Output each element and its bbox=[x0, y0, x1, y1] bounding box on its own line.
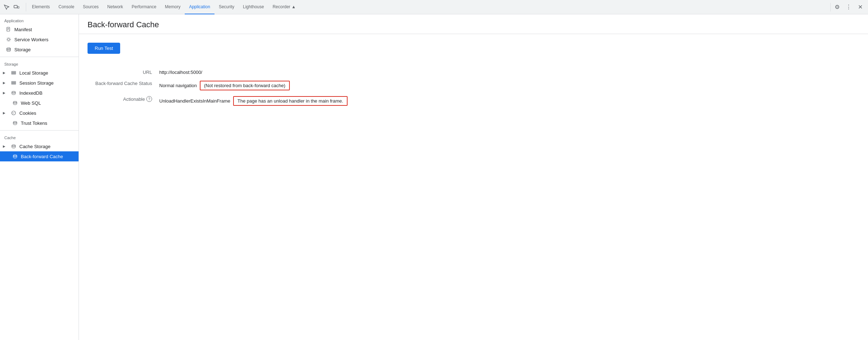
sidebar-local-storage-label: Local Storage bbox=[19, 70, 48, 76]
run-test-button[interactable]: Run Test bbox=[88, 43, 120, 54]
sidebar-cache-storage-label: Cache Storage bbox=[19, 144, 51, 149]
page-title: Back-forward Cache bbox=[88, 20, 859, 29]
sidebar-item-indexeddb[interactable]: ▶ IndexedDB bbox=[0, 88, 79, 98]
cookies-expand-icon: ▶ bbox=[3, 111, 7, 115]
sidebar-item-cache-storage[interactable]: ▶ Cache Storage bbox=[0, 141, 79, 151]
more-options-icon[interactable]: ⋮ bbox=[844, 2, 854, 12]
settings-icon[interactable]: ⚙ bbox=[832, 2, 842, 12]
cache-storage-expand-icon: ▶ bbox=[3, 145, 7, 148]
sidebar-section-storage: Storage bbox=[0, 59, 79, 68]
cookies-icon bbox=[11, 110, 16, 115]
tab-performance[interactable]: Performance bbox=[127, 0, 161, 14]
sidebar-back-forward-cache-label: Back-forward Cache bbox=[21, 154, 63, 159]
cache-status-highlight: (Not restored from back-forward cache) bbox=[200, 81, 290, 90]
tab-security[interactable]: Security bbox=[214, 0, 239, 14]
svg-point-19 bbox=[13, 103, 17, 104]
sidebar-session-storage-label: Session Storage bbox=[19, 80, 53, 86]
svg-point-7 bbox=[7, 38, 11, 42]
close-icon[interactable]: ✕ bbox=[855, 2, 865, 12]
svg-point-30 bbox=[13, 156, 17, 157]
device-toggle-icon[interactable] bbox=[13, 4, 20, 11]
sidebar-item-back-forward-cache[interactable]: Back-forward Cache bbox=[0, 151, 79, 161]
local-storage-icon bbox=[11, 71, 16, 75]
tab-memory[interactable]: Memory bbox=[161, 0, 185, 14]
svg-rect-15 bbox=[11, 84, 16, 84]
sidebar-item-manifest[interactable]: Manifest bbox=[0, 24, 79, 34]
svg-rect-14 bbox=[11, 82, 16, 83]
toolbar-divider-1 bbox=[26, 3, 26, 11]
cache-status-text: Normal navigation bbox=[159, 83, 197, 88]
toolbar-actions: ⚙ ⋮ ✕ bbox=[832, 2, 865, 12]
actionable-label: Actionable ? bbox=[88, 93, 159, 109]
url-label: URL bbox=[88, 67, 159, 78]
sidebar-item-session-storage[interactable]: ▶ Session Storage bbox=[0, 78, 79, 88]
svg-point-23 bbox=[13, 113, 14, 114]
session-storage-icon bbox=[11, 81, 16, 85]
help-icon[interactable]: ? bbox=[146, 96, 152, 102]
content-area: Back-forward Cache Run Test URL http://l… bbox=[79, 14, 868, 340]
tab-lighthouse[interactable]: Lighthouse bbox=[239, 0, 268, 14]
indexeddb-icon bbox=[11, 91, 16, 95]
cache-storage-icon bbox=[11, 144, 16, 148]
actionable-label-text: Actionable bbox=[123, 96, 145, 102]
indexeddb-expand-icon: ▶ bbox=[3, 91, 7, 95]
tab-bar: Elements Console Sources Network Perform… bbox=[28, 0, 829, 14]
info-grid: URL http://localhost:5000/ Back-forward … bbox=[88, 67, 859, 109]
sidebar-manifest-label: Manifest bbox=[14, 27, 32, 32]
svg-rect-11 bbox=[11, 72, 16, 73]
svg-rect-1 bbox=[18, 6, 19, 8]
svg-rect-13 bbox=[11, 81, 16, 82]
tab-console[interactable]: Console bbox=[54, 0, 79, 14]
tab-recorder[interactable]: Recorder ▲ bbox=[268, 0, 300, 14]
sidebar-item-local-storage[interactable]: ▶ Local Storage bbox=[0, 68, 79, 78]
tab-elements[interactable]: Elements bbox=[28, 0, 54, 14]
trust-tokens-icon bbox=[12, 121, 18, 125]
sidebar-item-service-workers[interactable]: Service Workers bbox=[0, 34, 79, 44]
svg-point-22 bbox=[14, 112, 15, 113]
tab-network[interactable]: Network bbox=[103, 0, 127, 14]
cache-status-label: Back-forward Cache Status bbox=[88, 78, 159, 93]
tab-sources[interactable]: Sources bbox=[79, 0, 103, 14]
svg-rect-10 bbox=[11, 71, 16, 72]
actionable-value: UnloadHandlerExistsInMainFrame The page … bbox=[159, 93, 859, 109]
inspect-icon[interactable] bbox=[3, 4, 10, 11]
main-layout: Application Manifest Service Workers bbox=[0, 14, 868, 340]
sidebar-indexeddb-label: IndexedDB bbox=[19, 90, 42, 96]
web-sql-icon bbox=[12, 101, 18, 105]
toolbar-divider-2 bbox=[830, 3, 831, 11]
manifest-icon bbox=[6, 27, 11, 32]
sidebar: Application Manifest Service Workers bbox=[0, 14, 79, 340]
sidebar-cookies-label: Cookies bbox=[19, 110, 36, 116]
svg-point-6 bbox=[8, 38, 10, 41]
back-forward-cache-icon bbox=[12, 154, 18, 159]
content-header: Back-forward Cache bbox=[79, 14, 868, 34]
svg-point-20 bbox=[12, 111, 16, 115]
sidebar-service-workers-label: Service Workers bbox=[14, 37, 48, 42]
url-value: http://localhost:5000/ bbox=[159, 67, 859, 78]
session-storage-expand-icon: ▶ bbox=[3, 81, 7, 85]
svg-rect-12 bbox=[11, 74, 16, 74]
actionable-highlight: The page has an unload handler in the ma… bbox=[233, 96, 348, 106]
tab-application[interactable]: Application bbox=[185, 0, 214, 14]
sidebar-trust-tokens-label: Trust Tokens bbox=[21, 121, 47, 126]
svg-point-26 bbox=[13, 123, 17, 124]
svg-rect-0 bbox=[14, 5, 17, 8]
svg-point-17 bbox=[12, 93, 15, 94]
sidebar-item-trust-tokens[interactable]: Trust Tokens bbox=[0, 118, 79, 128]
sidebar-divider-1 bbox=[0, 57, 79, 57]
svg-point-28 bbox=[12, 146, 15, 147]
local-storage-expand-icon: ▶ bbox=[3, 71, 7, 75]
sidebar-divider-2 bbox=[0, 130, 79, 131]
svg-point-21 bbox=[13, 112, 13, 113]
sidebar-item-storage[interactable]: Storage bbox=[0, 44, 79, 55]
sidebar-item-cookies[interactable]: ▶ Cookies bbox=[0, 108, 79, 118]
svg-point-24 bbox=[12, 113, 13, 114]
service-workers-icon bbox=[6, 37, 11, 42]
devtools-toolbar: Elements Console Sources Network Perform… bbox=[0, 0, 868, 14]
cache-status-value: Normal navigation (Not restored from bac… bbox=[159, 78, 859, 93]
storage-icon bbox=[6, 47, 11, 52]
sidebar-item-web-sql[interactable]: Web SQL bbox=[0, 98, 79, 108]
sidebar-storage-label: Storage bbox=[14, 47, 31, 52]
sidebar-web-sql-label: Web SQL bbox=[21, 100, 41, 106]
actionable-code: UnloadHandlerExistsInMainFrame bbox=[159, 98, 230, 104]
